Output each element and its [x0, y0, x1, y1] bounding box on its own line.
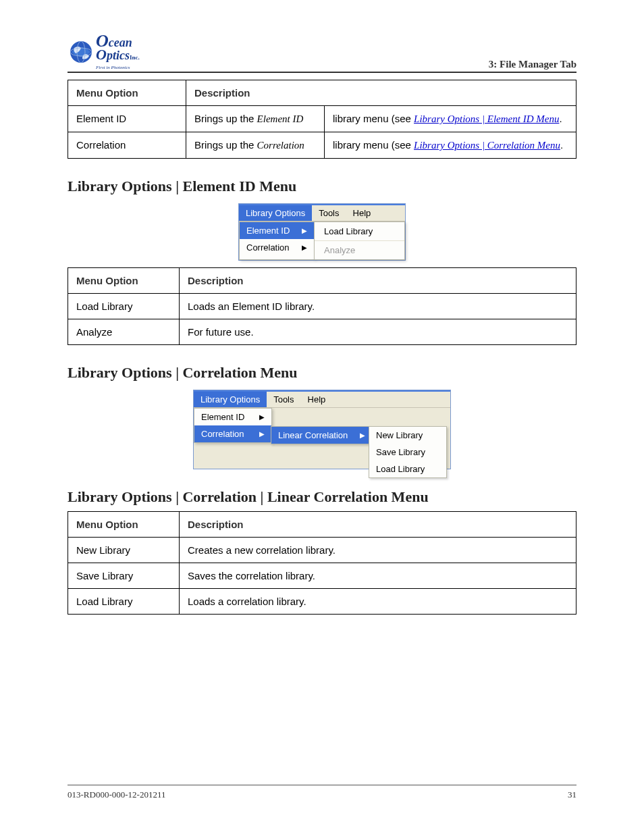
desc-cell: Loads an Element ID library. — [180, 293, 576, 319]
col-menu-option: Menu Option — [68, 267, 180, 293]
opt-cell: Correlation — [68, 132, 186, 158]
chapter-title: 3: File Manager Tab — [489, 59, 576, 70]
opt-cell: Element ID — [68, 105, 186, 132]
chevron-right-icon: ▶ — [302, 244, 307, 251]
desc-cell: Creates a new correlation library. — [180, 537, 576, 563]
menu-tools[interactable]: Tools — [312, 205, 346, 221]
submenu-item-load-library[interactable]: Load Library — [315, 222, 404, 241]
heading-elementid-menu: Library Options | Element ID Menu — [68, 178, 576, 195]
chevron-right-icon: ▶ — [259, 430, 265, 438]
desc-cell: Loads a correlation library. — [180, 588, 576, 614]
page-header: Ocean OpticsInc. First in Photonics 3: F… — [68, 34, 576, 73]
opt-cell: Load Library — [68, 293, 180, 319]
globe-icon — [68, 38, 95, 66]
menu-library-options[interactable]: Library Options — [239, 205, 312, 221]
submenu-item-load-library[interactable]: Load Library — [369, 461, 446, 477]
menu-help[interactable]: Help — [301, 392, 333, 407]
submenu-item-new-library[interactable]: New Library — [369, 427, 446, 444]
col-menu-option: Menu Option — [68, 511, 180, 537]
linear-correlation-menu-table: Menu Option Description New Library Crea… — [68, 511, 576, 615]
opt-cell: Save Library — [68, 563, 180, 588]
submenu-linear-correlation: New Library Save Library Load Library — [369, 426, 447, 478]
table-row: New Library Creates a new correlation li… — [68, 537, 576, 563]
chevron-right-icon: ▶ — [360, 432, 365, 439]
submenu-library-options: Element ID▶ Correlation▶ — [194, 408, 272, 443]
table-row: Load Library Loads an Element ID library… — [68, 293, 576, 319]
desc-cell: For future use. — [180, 319, 576, 344]
link-correlation-menu[interactable]: Library Options | Correlation Menu — [414, 140, 560, 151]
submenu-elementid: Load Library Analyze — [314, 221, 405, 260]
menu-tools[interactable]: Tools — [267, 392, 300, 407]
library-options-table: Menu Option Description Element ID Bring… — [68, 80, 576, 159]
table-row: Analyze For future use. — [68, 319, 576, 344]
figure-elementid-menu: Library Options Tools Help Element ID▶ C… — [68, 203, 576, 261]
table-row: Correlation Brings up the Correlation li… — [68, 132, 576, 158]
col-menu-option: Menu Option — [68, 80, 186, 105]
submenu-item-elementid[interactable]: Element ID▶ — [240, 222, 314, 239]
chevron-right-icon: ▶ — [259, 413, 265, 421]
menubar: Library Options Tools Help — [239, 204, 405, 221]
logo-line2: ptics — [107, 49, 130, 62]
desc-cell: library menu (see Library Options | Corr… — [325, 132, 576, 158]
menubar: Library Options Tools Help — [194, 390, 450, 407]
col-description: Description — [186, 80, 576, 105]
table-row: Save Library Saves the correlation libra… — [68, 563, 576, 588]
table-row: Load Library Loads a correlation library… — [68, 588, 576, 614]
brand-logo: Ocean OpticsInc. First in Photonics — [68, 34, 140, 70]
table-row: Element ID Brings up the Element ID libr… — [68, 105, 576, 132]
submenu-item-linear-correlation[interactable]: Linear Correlation▶ — [271, 427, 369, 444]
submenu-item-save-library[interactable]: Save Library — [369, 444, 446, 461]
desc-cell: Saves the correlation library. — [180, 563, 576, 588]
heading-linear-correlation-menu: Library Options | Correlation | Linear C… — [68, 488, 576, 506]
doc-id: 013-RD000-000-12-201211 — [68, 789, 165, 800]
submenu-item-analyze[interactable]: Analyze — [315, 241, 404, 259]
heading-correlation-menu: Library Options | Correlation Menu — [68, 364, 576, 382]
chevron-right-icon: ▶ — [302, 227, 307, 234]
link-element-id-menu[interactable]: Library Options | Element ID Menu — [414, 113, 559, 124]
logo-tagline: First in Photonics — [96, 65, 130, 70]
col-description: Description — [180, 267, 576, 293]
logo-line1: cean — [109, 36, 132, 49]
opt-cell: Analyze — [68, 319, 180, 344]
figure-correlation-menu: Library Options Tools Help Element ID▶ C… — [68, 390, 576, 469]
elementid-menu-table: Menu Option Description Load Library Loa… — [68, 267, 576, 345]
menu-library-options[interactable]: Library Options — [194, 392, 267, 407]
desc-cell: library menu (see Library Options | Elem… — [325, 105, 576, 132]
desc-cell: Brings up the Element ID — [186, 105, 325, 132]
submenu-item-correlation[interactable]: Correlation▶ — [194, 425, 271, 442]
submenu-item-elementid[interactable]: Element ID▶ — [194, 409, 271, 425]
col-description: Description — [180, 511, 576, 537]
opt-cell: Load Library — [68, 588, 180, 614]
submenu-item-correlation[interactable]: Correlation▶ — [240, 239, 314, 256]
opt-cell: New Library — [68, 537, 180, 563]
page-number: 31 — [568, 789, 576, 800]
desc-cell: Brings up the Correlation — [186, 132, 325, 158]
page-footer: 013-RD000-000-12-201211 31 — [68, 785, 576, 800]
submenu-correlation: Linear Correlation▶ — [271, 426, 370, 444]
submenu-library-options: Element ID▶ Correlation▶ — [239, 221, 315, 260]
menu-help[interactable]: Help — [346, 205, 378, 221]
